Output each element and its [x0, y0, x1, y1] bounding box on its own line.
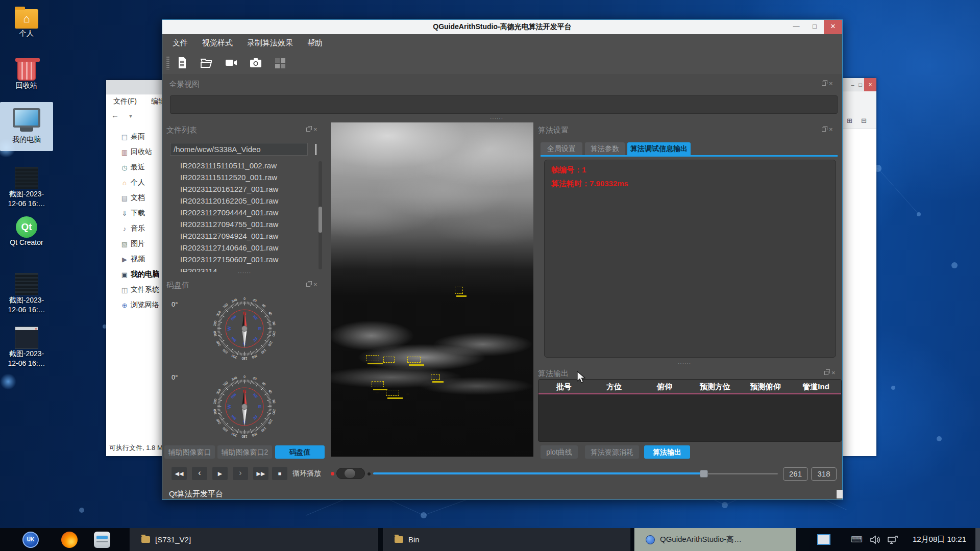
next-frame-button[interactable]: ›	[233, 467, 248, 480]
sidebar-item-pictures[interactable]: ▧图片	[106, 236, 162, 252]
dropdown-arrow-icon[interactable]: ▼	[128, 113, 133, 119]
file-list-item[interactable]: IR20231127094755_001.raw	[180, 220, 315, 232]
rewind-button[interactable]: ◀◀	[172, 467, 187, 480]
play-button[interactable]: ▶	[212, 467, 228, 480]
maximize-icon[interactable]: □	[856, 78, 864, 91]
resize-grip[interactable]	[837, 490, 843, 498]
close-button[interactable]: ✕	[824, 20, 842, 34]
maximize-button[interactable]: □	[805, 20, 824, 34]
ir-image-view[interactable]	[331, 122, 533, 457]
tab-debug-output[interactable]: 算法调试信息输出	[627, 142, 691, 155]
sidebar-item-desktop[interactable]: ▤桌面	[106, 129, 162, 144]
minimize-icon[interactable]: –	[849, 78, 856, 91]
keyboard-icon[interactable]: ⌨	[851, 535, 863, 544]
tab-encoder-value[interactable]: 码盘值	[275, 445, 325, 459]
tab-resource-usage[interactable]: 算法资源消耗	[585, 445, 639, 459]
menu-edit[interactable]: 编辑(	[151, 97, 162, 105]
tab-algorithm-output[interactable]: 算法输出	[644, 445, 690, 459]
new-document-icon[interactable]	[176, 56, 189, 69]
panel-close-icon[interactable]: ×	[831, 370, 836, 375]
app-titlebar[interactable]: QGuideArithStudio-高德光电算法开发平台	[162, 20, 842, 34]
desktop-icon-personal[interactable]: ⌂ 个人	[0, 5, 53, 38]
file-list-item[interactable]: IR20231127094444_001.raw	[180, 208, 315, 220]
grid-view-icon[interactable]: ⊞	[847, 117, 852, 124]
file-list-scrollbar-thumb[interactable]	[318, 207, 322, 233]
panel-close-icon[interactable]: ×	[829, 81, 833, 86]
sidebar-item-home[interactable]: ⌂个人	[106, 175, 162, 190]
taskbar-button-bin[interactable]: Bin	[383, 528, 630, 551]
tab-plot-curve[interactable]: plot曲线	[541, 445, 578, 459]
file-manager-titlebar[interactable]	[106, 80, 162, 94]
tab-algorithm-params[interactable]: 算法参数	[585, 142, 625, 155]
list-view-icon[interactable]: ⊟	[861, 117, 867, 124]
file-list-item[interactable]: IR20231115110511_002.raw	[180, 161, 315, 173]
sidebar-item-recycle[interactable]: ▥回收站	[106, 144, 162, 160]
titlebar[interactable]: – □ ×	[843, 78, 876, 91]
splitter-handle[interactable]: ······	[678, 361, 691, 366]
panel-float-icon[interactable]	[822, 82, 826, 86]
desktop-icon-screenshot-2[interactable]: 截图-2023- 12-06 16:…	[0, 272, 53, 315]
prev-frame-button[interactable]: ‹	[192, 467, 207, 480]
file-list-item[interactable]: IR20231120162205_001.raw	[180, 196, 315, 208]
panel-close-icon[interactable]: ×	[829, 127, 833, 132]
launcher-icon[interactable]: UK	[22, 532, 39, 548]
sidebar-item-filesystem[interactable]: ◫文件系统	[106, 282, 162, 297]
file-manager-icon[interactable]	[94, 532, 110, 548]
file-list-item[interactable]: IR20231115112520_001.raw	[180, 173, 315, 185]
file-list-item[interactable]: IR20231120161227_001.raw	[180, 185, 315, 196]
sidebar-item-recent[interactable]: ◷最近	[106, 160, 162, 175]
camera-icon[interactable]	[249, 56, 262, 69]
open-folder-icon[interactable]	[200, 56, 213, 69]
desktop-icon-my-computer[interactable]: 我的电脑	[0, 102, 53, 151]
splitter-handle[interactable]: ······	[238, 270, 251, 276]
desktop-icon-qt-creator[interactable]: Qt Qt Creator	[0, 214, 53, 247]
panel-float-icon[interactable]	[824, 371, 828, 375]
input-method-tray-icon[interactable]	[817, 534, 830, 545]
panel-float-icon[interactable]	[306, 283, 310, 287]
close-icon[interactable]: ×	[864, 78, 876, 91]
tab-aux-image-window-2[interactable]: 辅助图像窗口2	[217, 445, 272, 459]
minimize-button[interactable]: —	[787, 20, 805, 34]
show-desktop-button[interactable]	[975, 528, 980, 551]
network-icon[interactable]	[887, 535, 898, 544]
sidebar-item-videos[interactable]: ▶视频	[106, 252, 162, 267]
video-record-icon[interactable]	[225, 56, 238, 69]
frame-slider-handle[interactable]	[700, 470, 708, 478]
panel-close-icon[interactable]: ×	[313, 127, 317, 132]
sidebar-item-network[interactable]: ⊕浏览网络	[106, 297, 162, 313]
stop-button[interactable]: ■	[272, 467, 287, 480]
menu-file[interactable]: 文件(F)	[113, 97, 137, 105]
desktop-icon-recycle-bin[interactable]: 回收站	[0, 57, 53, 90]
sidebar-item-downloads[interactable]: ⇓下载	[106, 206, 162, 221]
loop-toggle-switch[interactable]	[336, 468, 365, 479]
panel-close-icon[interactable]: ×	[313, 282, 317, 287]
panel-float-icon[interactable]	[822, 128, 826, 132]
menu-file[interactable]: 文件	[173, 38, 188, 48]
total-frame-field[interactable]: 318	[811, 467, 837, 481]
desktop-icon-screenshot-1[interactable]: 截图-2023- 12-06 16:…	[0, 166, 53, 209]
taskbar-button-s731[interactable]: [S731_V2]	[130, 528, 378, 551]
current-frame-field[interactable]: 261	[783, 467, 808, 481]
sidebar-item-documents[interactable]: ▤文档	[106, 190, 162, 206]
taskbar-button-qguide[interactable]: QGuideArithStudio-高…	[634, 528, 796, 551]
menu-record-effect[interactable]: 录制算法效果	[247, 38, 293, 48]
sidebar-item-music[interactable]: ♪音乐	[106, 221, 162, 236]
taskbar-clock[interactable]: 12月08日 10:21	[913, 535, 966, 544]
tab-global-settings[interactable]: 全局设置	[541, 142, 582, 155]
splitter-handle[interactable]: ······	[490, 116, 503, 121]
panel-float-icon[interactable]	[306, 128, 310, 132]
sidebar-item-my-computer[interactable]: ▣我的电脑	[106, 267, 162, 282]
file-list-item[interactable]: IR20231127140646_001.raw	[180, 243, 315, 255]
volume-icon[interactable]	[870, 535, 880, 544]
firefox-icon[interactable]	[61, 532, 78, 548]
video-path-input[interactable]: /home/wcw/S338A_Video	[170, 143, 308, 156]
tab-aux-image-window[interactable]: 辅助图像窗口	[164, 445, 215, 459]
fast-forward-button[interactable]: ▶▶	[253, 467, 268, 480]
toggle-knob[interactable]	[345, 469, 355, 478]
toolbar-drag-handle[interactable]	[166, 56, 169, 69]
back-arrow-icon[interactable]: ←	[111, 111, 119, 119]
desktop-icon-screenshot-3[interactable]: 截图-2023- 12-06 16:…	[0, 325, 53, 368]
layout-tiles-icon[interactable]	[274, 56, 287, 69]
menu-help[interactable]: 帮助	[307, 38, 323, 48]
file-list-item[interactable]: IR20231127150607_001.raw	[180, 255, 315, 267]
